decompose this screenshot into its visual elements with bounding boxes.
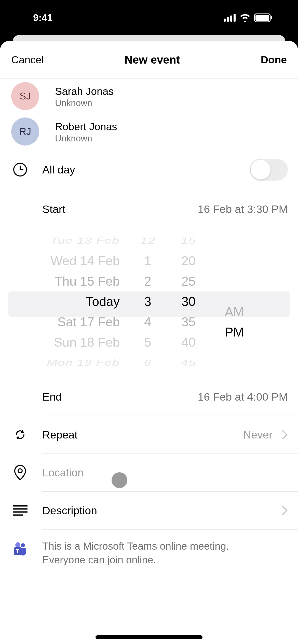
svg-point-14 [15, 542, 20, 547]
repeat-value: Never [243, 429, 273, 441]
done-button[interactable]: Done [261, 54, 287, 66]
battery-icon [254, 13, 273, 22]
svg-rect-3 [234, 14, 236, 22]
modal-header: Cancel New event Done [0, 41, 298, 79]
description-row[interactable]: Description [0, 492, 298, 529]
date-wheel[interactable]: Tue 13 Feb Wed 14 Feb Thu 15 Feb Today S… [8, 230, 130, 373]
start-value: 16 Feb at 3:30 PM [198, 203, 288, 215]
attendee-status: Unknown [55, 98, 114, 108]
avatar: RJ [11, 118, 39, 145]
all-day-label: All day [42, 164, 250, 176]
start-row[interactable]: Start 16 Feb at 3:30 PM [0, 190, 298, 228]
ampm-wheel[interactable]: AM PM [211, 230, 257, 373]
teams-icon: T [13, 542, 28, 557]
svg-point-8 [18, 469, 22, 473]
status-bar: 9:41 [0, 0, 298, 36]
svg-rect-1 [227, 17, 229, 22]
teams-meeting-row[interactable]: T This is a Microsoft Teams online meeti… [0, 530, 298, 576]
description-label: Description [42, 504, 277, 517]
status-icons [224, 13, 273, 22]
wifi-icon [239, 14, 251, 22]
svg-rect-2 [230, 16, 232, 22]
clock-icon [13, 162, 28, 177]
attendee-status: Unknown [55, 133, 117, 143]
attendee-name: Sarah Jonas [55, 85, 114, 97]
start-label: Start [42, 203, 198, 215]
repeat-label: Repeat [42, 429, 243, 441]
end-row[interactable]: End 16 Feb at 4:00 PM [0, 378, 298, 416]
svg-rect-6 [271, 16, 272, 19]
attendee-name: Robert Jonas [55, 121, 117, 133]
chevron-right-icon [282, 505, 288, 516]
chevron-right-icon [282, 430, 288, 440]
svg-rect-5 [255, 15, 269, 21]
modal-title: New event [125, 53, 180, 66]
minute-wheel[interactable]: 15 20 25 30 35 40 45 [166, 230, 211, 373]
attendee-row[interactable]: RJ Robert Jonas Unknown [0, 114, 298, 149]
cellular-icon [224, 14, 236, 22]
touch-indicator [112, 472, 127, 488]
end-value: 16 Feb at 4:00 PM [198, 391, 288, 403]
all-day-row: All day [0, 149, 298, 190]
cancel-button[interactable]: Cancel [11, 54, 44, 66]
end-label: End [42, 391, 198, 403]
avatar: SJ [11, 82, 39, 110]
teams-meeting-text: This is a Microsoft Teams online meeting… [42, 539, 229, 567]
hour-wheel[interactable]: 12 1 2 3 4 5 6 [130, 230, 166, 373]
svg-rect-0 [224, 19, 226, 22]
repeat-row[interactable]: Repeat Never [0, 416, 298, 453]
location-icon [13, 464, 28, 481]
home-indicator[interactable] [96, 635, 202, 639]
datetime-picker[interactable]: Tue 13 Feb Wed 14 Feb Thu 15 Feb Today S… [0, 230, 298, 373]
form-content: SJ Sarah Jonas Unknown RJ Robert Jonas U… [0, 79, 298, 576]
attendee-row[interactable]: SJ Sarah Jonas Unknown [0, 79, 298, 114]
description-icon [13, 505, 28, 516]
svg-text:T: T [16, 548, 19, 554]
new-event-sheet: Cancel New event Done SJ Sarah Jonas Unk… [0, 41, 298, 644]
location-placeholder: Location [42, 466, 288, 479]
repeat-icon [13, 427, 28, 442]
all-day-toggle[interactable] [250, 159, 288, 181]
status-time: 9:41 [33, 12, 52, 23]
location-row[interactable]: Location [0, 454, 298, 491]
svg-point-13 [21, 543, 25, 547]
